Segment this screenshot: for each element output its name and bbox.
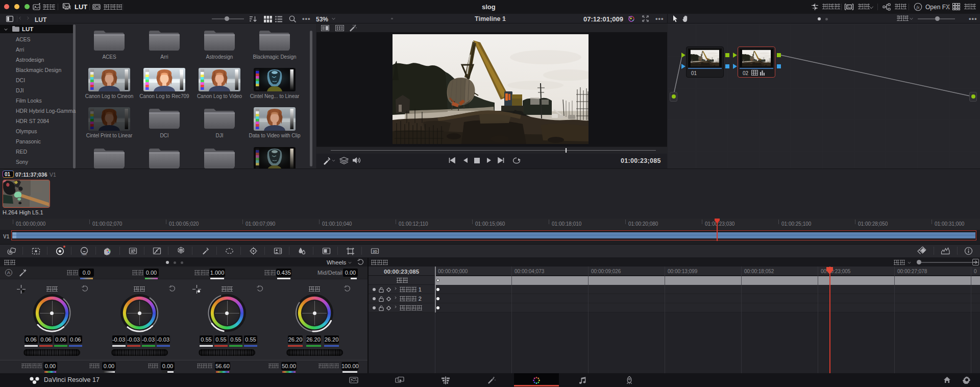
svg-text:3D: 3D bbox=[373, 250, 377, 253]
svg-text:HDR: HDR bbox=[82, 253, 87, 256]
svg-text:fx: fx bbox=[917, 5, 920, 10]
